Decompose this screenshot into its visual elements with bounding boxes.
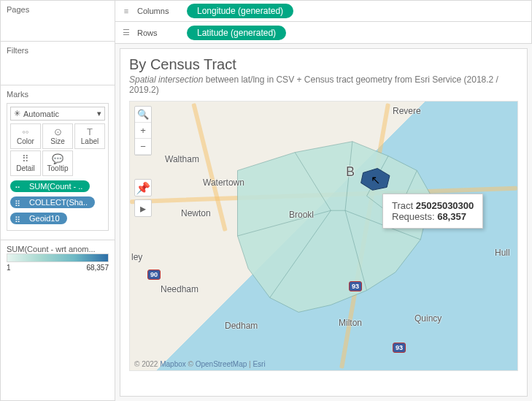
mark-type-label: Automatic bbox=[23, 110, 94, 118]
columns-label: Columns bbox=[137, 7, 181, 15]
place-dedham: Dedham bbox=[225, 321, 258, 331]
pill-sum-count[interactable]: ⠒SUM(Count - .. bbox=[10, 180, 90, 192]
minus-icon: − bbox=[140, 141, 146, 152]
map-zoom-out-button[interactable]: − bbox=[135, 139, 151, 155]
detail-indicator-icon: ⠿ bbox=[15, 199, 23, 207]
color-icon: ◦◦ bbox=[11, 127, 40, 137]
pages-shelf: Pages bbox=[1, 1, 115, 42]
columns-icon: ≡ bbox=[121, 7, 131, 15]
place-quincy: Quincy bbox=[415, 313, 442, 324]
map-tooltip: Tract 25025030300 Requests: 68,357 bbox=[382, 194, 483, 229]
marks-color-button[interactable]: ◦◦Color bbox=[10, 123, 41, 149]
size-icon: ⊙ bbox=[43, 127, 72, 137]
legend-gradient bbox=[7, 253, 109, 262]
viz-panel: By Census Tract Spatial intersection bet… bbox=[120, 48, 528, 397]
detail-icon: ⠿ bbox=[11, 154, 40, 164]
color-indicator-icon: ⠒ bbox=[15, 183, 23, 191]
map-expand-button[interactable]: ▸ bbox=[134, 199, 152, 217]
rows-shelf[interactable]: ☰ Rows Latitude (generated) bbox=[115, 22, 532, 44]
map-view[interactable]: Revere Waltham Watertown B Newton Brookl… bbox=[129, 101, 518, 371]
attrib-mapbox-link[interactable]: Mapbox bbox=[160, 360, 186, 368]
place-watertown: Watertown bbox=[203, 177, 244, 188]
pages-title: Pages bbox=[7, 5, 109, 14]
cursor-icon: ↖ bbox=[371, 173, 380, 187]
place-revere: Revere bbox=[393, 106, 421, 116]
shield-i93b: 93 bbox=[393, 343, 406, 353]
rows-pill[interactable]: Latitude (generated) bbox=[187, 26, 286, 40]
pill-collect-shape[interactable]: ⠿COLLECT(Sha.. bbox=[10, 196, 95, 208]
place-waltham: Waltham bbox=[165, 154, 199, 164]
legend-min: 1 bbox=[7, 264, 11, 272]
main-area: ≡ Columns Longitude (generated) ☰ Rows L… bbox=[115, 0, 532, 401]
attrib-osm-link[interactable]: OpenStreetMap bbox=[196, 360, 247, 368]
columns-pill[interactable]: Longitude (generated) bbox=[187, 4, 293, 18]
place-wellesley: ley bbox=[131, 252, 142, 262]
place-boston: B bbox=[346, 164, 355, 180]
plus-icon: + bbox=[140, 125, 146, 136]
viz-subtitle: Spatial intersection between lat/lng in … bbox=[129, 75, 518, 95]
map-search-button[interactable]: 🔍 bbox=[135, 107, 151, 123]
map-pin-button[interactable]: 📌 bbox=[134, 179, 152, 196]
place-brookline: Brookl bbox=[289, 210, 314, 220]
left-sidebar: Pages Filters Marks ✳ Automatic ▾ ◦◦Colo… bbox=[0, 0, 115, 401]
viz-title: By Census Tract bbox=[129, 56, 518, 73]
shield-i93a: 93 bbox=[349, 281, 362, 291]
shield-i90: 90 bbox=[147, 270, 161, 280]
pill-geoid10[interactable]: ⠿Geoid10 bbox=[10, 213, 67, 224]
tooltip-requests-value: 68,357 bbox=[437, 211, 466, 222]
chevron-down-icon: ▾ bbox=[97, 109, 101, 118]
place-hull: Hull bbox=[495, 248, 510, 258]
tooltip-icon: 💬 bbox=[43, 154, 72, 164]
attrib-esri-link[interactable]: Esri bbox=[252, 360, 265, 368]
map-attribution: © 2022 Mapbox © OpenStreetMap | Esri bbox=[134, 360, 266, 368]
filters-title: Filters bbox=[7, 46, 109, 55]
color-legend: SUM(Count - wrt anom... 168,357 bbox=[1, 240, 115, 276]
marks-card: Marks ✳ Automatic ▾ ◦◦Color ⊙Size TLabel… bbox=[1, 85, 115, 240]
automatic-icon: ✳ bbox=[14, 109, 20, 118]
filters-shelf: Filters bbox=[1, 42, 115, 85]
place-milton: Milton bbox=[339, 318, 362, 328]
rows-label: Rows bbox=[137, 28, 181, 37]
tooltip-tract-value: 25025030300 bbox=[416, 200, 474, 211]
chevron-right-icon: ▸ bbox=[140, 202, 146, 215]
marks-label-button[interactable]: TLabel bbox=[74, 123, 105, 149]
mark-type-dropdown[interactable]: ✳ Automatic ▾ bbox=[10, 107, 105, 121]
marks-title: Marks bbox=[4, 88, 112, 100]
marks-size-button[interactable]: ⊙Size bbox=[42, 123, 73, 149]
marks-tooltip-button[interactable]: 💬Tooltip bbox=[42, 150, 73, 176]
pin-icon: 📌 bbox=[136, 181, 150, 195]
legend-title: SUM(Count - wrt anom... bbox=[7, 245, 109, 253]
legend-max: 68,357 bbox=[86, 264, 109, 272]
map-toolbar: 🔍 + − bbox=[134, 106, 152, 156]
detail-indicator-icon: ⠿ bbox=[15, 215, 23, 223]
map-zoom-in-button[interactable]: + bbox=[135, 123, 151, 139]
marks-detail-button[interactable]: ⠿Detail bbox=[10, 150, 41, 176]
place-newton: Newton bbox=[181, 208, 211, 218]
census-tracts-layer bbox=[130, 102, 517, 370]
columns-shelf[interactable]: ≡ Columns Longitude (generated) bbox=[115, 0, 532, 22]
label-icon: T bbox=[75, 127, 104, 137]
place-needham: Needham bbox=[161, 284, 198, 294]
search-icon: 🔍 bbox=[137, 109, 149, 120]
rows-icon: ☰ bbox=[121, 28, 131, 37]
